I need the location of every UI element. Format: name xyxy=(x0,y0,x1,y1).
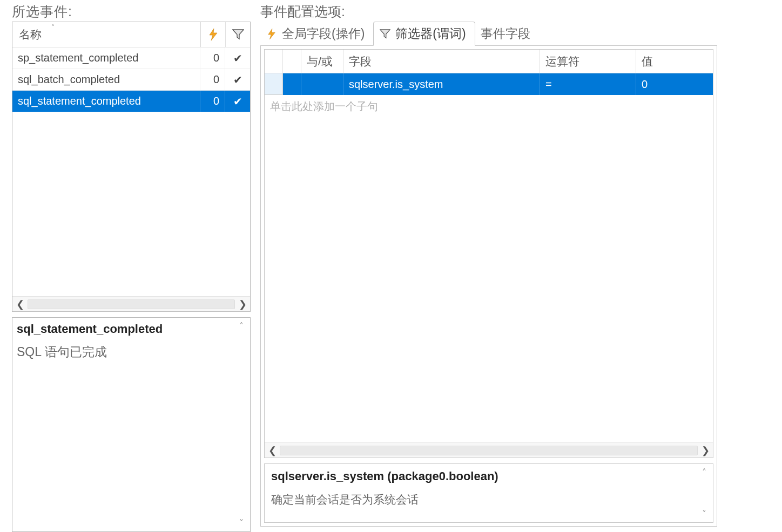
funnel-icon xyxy=(232,29,244,40)
event-row[interactable]: sql_statement_completed 0 ✔ xyxy=(12,91,250,112)
filter-grid: 与/或 字段 运算符 值 sqlserver.is_system = 0 单击此… xyxy=(264,49,713,458)
sort-indicator-icon: ˄ xyxy=(51,24,55,31)
scroll-right-icon[interactable]: ❯ xyxy=(698,445,713,456)
tab-label: 筛选器(谓词) xyxy=(395,25,466,42)
column-header-name[interactable]: 名称 ˄ xyxy=(12,22,200,47)
event-list-hscroll[interactable]: ❮ ❯ xyxy=(12,296,250,311)
tab-label: 事件字段 xyxy=(481,25,530,42)
event-list-header: 名称 ˄ xyxy=(12,22,250,47)
filter-grid-hscroll[interactable]: ❮ ❯ xyxy=(265,442,713,458)
event-rows: sp_statement_completed 0 ✔ sql_batch_com… xyxy=(12,47,250,296)
event-name-cell: sql_statement_completed xyxy=(12,91,200,112)
check-icon: ✔ xyxy=(233,95,242,108)
event-name-cell: sp_statement_completed xyxy=(12,47,200,69)
filter-grid-header: 与/或 字段 运算符 值 xyxy=(265,50,713,73)
svg-marker-1 xyxy=(233,30,244,39)
event-config-label: 事件配置选项: xyxy=(260,3,345,21)
left-pane: 所选事件: 名称 ˄ xyxy=(0,0,256,532)
scroll-track[interactable] xyxy=(280,446,698,455)
tab-event-fields[interactable]: 事件字段 xyxy=(475,22,539,45)
scroll-track[interactable] xyxy=(28,299,235,309)
filter-row[interactable]: sqlserver.is_system = 0 xyxy=(265,73,713,95)
tab-strip: 全局字段(操作) 筛选器(谓词) 事件字段 xyxy=(260,22,717,45)
filter-andor-cell[interactable] xyxy=(301,73,343,95)
bolt-icon xyxy=(208,29,218,40)
selected-events-label: 所选事件: xyxy=(12,3,72,21)
filter-operator-cell[interactable]: = xyxy=(540,73,636,95)
event-flag-cell: ✔ xyxy=(225,47,250,69)
event-list: 名称 ˄ sp_statement_completed 0 xyxy=(12,22,251,312)
svg-marker-3 xyxy=(380,29,390,37)
tab-label: 全局字段(操作) xyxy=(282,25,365,42)
field-description-text: 确定当前会话是否为系统会话 xyxy=(271,492,695,507)
field-description-title: sqlserver.is_system (package0.boolean) xyxy=(271,469,695,483)
filter-value-cell[interactable]: 0 xyxy=(636,73,713,95)
root: 所选事件: 名称 ˄ xyxy=(0,0,782,532)
scroll-left-icon[interactable]: ❮ xyxy=(12,298,28,310)
tab-filter-predicate[interactable]: 筛选器(谓词) xyxy=(373,22,475,46)
add-clause-placeholder[interactable]: 单击此处添加一个子句 xyxy=(265,95,713,118)
svg-marker-2 xyxy=(268,29,275,39)
column-header-andor[interactable]: 与/或 xyxy=(301,50,343,73)
event-description-text: SQL 语句已完成 xyxy=(17,344,233,360)
event-description-title: sql_statement_completed xyxy=(17,322,233,336)
right-body: 与/或 字段 运算符 值 sqlserver.is_system = 0 单击此… xyxy=(260,45,717,527)
column-header-name-text: 名称 xyxy=(19,27,42,42)
event-count-cell: 0 xyxy=(200,69,225,91)
event-description-box: ˄ sql_statement_completed SQL 语句已完成 ˅ xyxy=(12,317,251,532)
filter-rows: sqlserver.is_system = 0 单击此处添加一个子句 xyxy=(265,73,713,442)
field-description-box: ˄ sqlserver.is_system (package0.boolean)… xyxy=(264,463,713,523)
column-header-value[interactable]: 值 xyxy=(636,50,713,73)
column-header-field[interactable]: 字段 xyxy=(343,50,540,73)
scroll-up-icon[interactable]: ˄ xyxy=(699,467,710,478)
right-pane: 事件配置选项: 全局字段(操作) 筛选器(谓词) 事件字段 xyxy=(256,0,782,532)
svg-marker-0 xyxy=(210,29,217,40)
scroll-up-icon[interactable]: ˄ xyxy=(236,321,247,331)
column-header-operator[interactable]: 运算符 xyxy=(540,50,636,73)
event-row[interactable]: sp_statement_completed 0 ✔ xyxy=(12,47,250,69)
event-flag-cell: ✔ xyxy=(225,91,250,112)
event-count-cell: 0 xyxy=(200,47,225,69)
column-header-action-icon[interactable] xyxy=(200,22,225,47)
scroll-down-icon[interactable]: ˅ xyxy=(236,518,247,528)
event-name-cell: sql_batch_completed xyxy=(12,69,200,91)
check-icon: ✔ xyxy=(233,73,242,86)
scroll-down-icon[interactable]: ˅ xyxy=(699,509,710,519)
column-header-filter-icon[interactable] xyxy=(225,22,250,47)
event-count-cell: 0 xyxy=(200,91,225,112)
row-handle-header xyxy=(265,50,283,73)
left-title-bar: 所选事件: xyxy=(12,0,251,22)
event-row[interactable]: sql_batch_completed 0 ✔ xyxy=(12,69,250,91)
filter-field-cell[interactable]: sqlserver.is_system xyxy=(343,73,540,95)
scroll-left-icon[interactable]: ❮ xyxy=(265,445,280,456)
tab-global-fields[interactable]: 全局字段(操作) xyxy=(260,22,373,45)
scroll-right-icon[interactable]: ❯ xyxy=(235,298,250,310)
row-inner-handle-header xyxy=(283,50,301,73)
event-flag-cell: ✔ xyxy=(225,69,250,91)
check-icon: ✔ xyxy=(233,52,242,65)
bolt-icon xyxy=(266,29,278,39)
row-inner-handle xyxy=(283,73,301,95)
funnel-icon xyxy=(379,29,391,39)
right-title-bar: 事件配置选项: xyxy=(260,0,717,22)
row-handle[interactable] xyxy=(265,73,283,95)
